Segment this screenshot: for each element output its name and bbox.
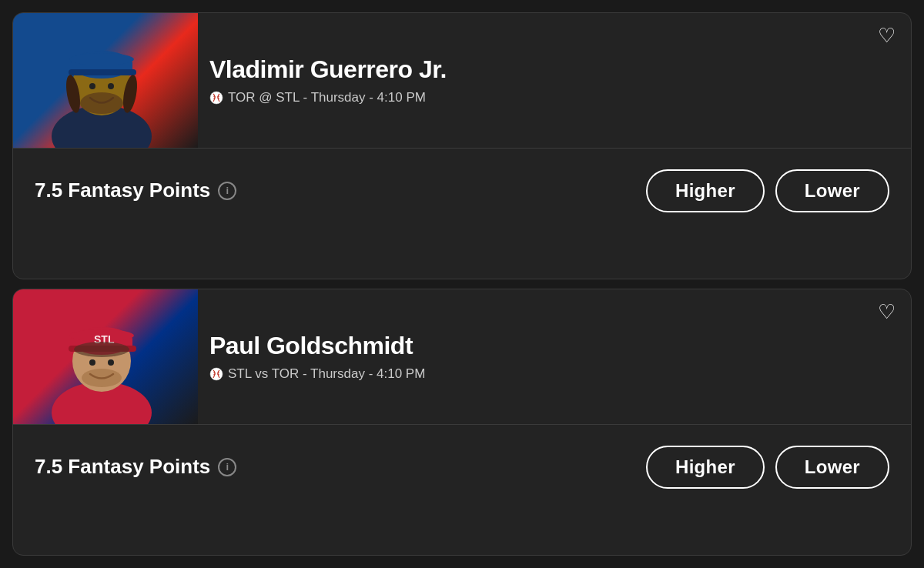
svg-point-5 bbox=[69, 53, 134, 65]
card-bottom-1: 7.5 Fantasy Points i Higher Lower bbox=[13, 148, 911, 232]
baseball-icon-1 bbox=[209, 91, 223, 105]
player-card-1: Vladimir Guerrero Jr. TOR @ STL - Thursd… bbox=[12, 12, 912, 279]
card-top-2: STL Paul Goldschmidt bbox=[13, 289, 911, 424]
player-name-1: Vladimir Guerrero Jr. bbox=[209, 55, 865, 84]
baseball-icon-2 bbox=[209, 367, 223, 381]
player-name-2: Paul Goldschmidt bbox=[209, 332, 865, 360]
player-meta-text-1: TOR @ STL - Thursday - 4:10 PM bbox=[228, 90, 426, 105]
info-icon-1[interactable]: i bbox=[218, 182, 236, 200]
higher-button-2[interactable]: Higher bbox=[646, 446, 765, 489]
fantasy-points-1: 7.5 Fantasy Points i bbox=[35, 179, 236, 202]
avatar-2: STL bbox=[13, 289, 198, 424]
player-card-2: STL Paul Goldschmidt bbox=[12, 289, 912, 556]
player-info-1: Vladimir Guerrero Jr. TOR @ STL - Thursd… bbox=[209, 40, 911, 121]
player-meta-text-2: STL vs TOR - Thursday - 4:10 PM bbox=[228, 366, 425, 382]
player-svg-2: STL bbox=[13, 293, 190, 424]
svg-point-22 bbox=[108, 359, 114, 366]
bet-buttons-1: Higher Lower bbox=[646, 169, 889, 212]
lower-button-1[interactable]: Lower bbox=[775, 169, 889, 212]
player-svg-1 bbox=[13, 17, 190, 148]
fantasy-points-2: 7.5 Fantasy Points i bbox=[35, 455, 236, 479]
svg-point-9 bbox=[80, 92, 123, 114]
svg-point-23 bbox=[82, 369, 122, 387]
player-info-2: Paul Goldschmidt STL vs TOR - Thursday -… bbox=[209, 316, 911, 397]
player-meta-2: STL vs TOR - Thursday - 4:10 PM bbox=[209, 366, 865, 382]
favorite-button-2[interactable]: ♡ bbox=[878, 302, 896, 322]
svg-point-7 bbox=[89, 83, 95, 89]
player-meta-1: TOR @ STL - Thursday - 4:10 PM bbox=[209, 90, 865, 105]
fantasy-points-label-2: 7.5 Fantasy Points bbox=[35, 455, 210, 479]
fantasy-points-label-1: 7.5 Fantasy Points bbox=[35, 179, 210, 202]
svg-point-24 bbox=[74, 342, 129, 357]
svg-point-25 bbox=[210, 368, 223, 380]
info-icon-2[interactable]: i bbox=[218, 458, 236, 476]
higher-button-1[interactable]: Higher bbox=[646, 169, 765, 212]
svg-point-12 bbox=[210, 92, 223, 104]
card-top-1: Vladimir Guerrero Jr. TOR @ STL - Thursd… bbox=[13, 13, 911, 148]
bet-buttons-2: Higher Lower bbox=[646, 446, 889, 489]
favorite-button-1[interactable]: ♡ bbox=[878, 25, 896, 45]
svg-point-8 bbox=[108, 83, 114, 89]
card-bottom-2: 7.5 Fantasy Points i Higher Lower bbox=[13, 424, 911, 509]
svg-rect-6 bbox=[69, 69, 136, 75]
lower-button-2[interactable]: Lower bbox=[775, 446, 889, 489]
avatar-1 bbox=[13, 13, 198, 148]
svg-point-21 bbox=[89, 359, 95, 366]
